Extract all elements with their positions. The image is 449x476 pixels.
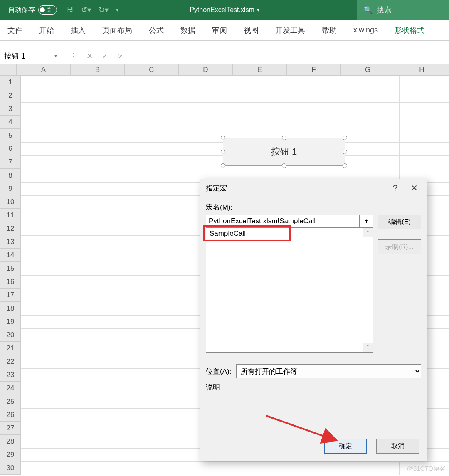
close-icon[interactable]: ✕ [407, 181, 421, 195]
tab-公式[interactable]: 公式 [147, 23, 165, 38]
chevron-down-icon[interactable]: ▾ [257, 7, 259, 13]
name-box[interactable]: 按钮 1 ▼ [0, 48, 62, 64]
tab-页面布局[interactable]: 页面布局 [101, 23, 134, 38]
row-header[interactable]: 23 [0, 368, 21, 382]
row-header[interactable]: 29 [0, 448, 21, 461]
resize-handle[interactable] [343, 136, 347, 140]
resize-handle[interactable] [343, 163, 347, 168]
tab-视图[interactable]: 视图 [242, 23, 260, 38]
column-header[interactable]: D [179, 64, 233, 76]
column-header[interactable]: F [287, 64, 341, 76]
column-header[interactable]: B [71, 64, 125, 76]
tab-数据[interactable]: 数据 [179, 23, 197, 38]
save-icon[interactable]: 🖫 [66, 6, 74, 15]
redo-icon[interactable]: ↻▾ [99, 5, 109, 15]
tab-插入[interactable]: 插入 [69, 23, 87, 38]
undo-icon[interactable]: ↺▾ [81, 5, 91, 15]
macro-list[interactable]: SampleCall ˄ ˅ [206, 228, 373, 353]
row-header[interactable]: 9 [0, 182, 21, 195]
tab-开发工具[interactable]: 开发工具 [274, 23, 307, 38]
select-all-corner[interactable] [0, 64, 17, 76]
tab-文件[interactable]: 文件 [6, 23, 24, 38]
row-header[interactable]: 18 [0, 302, 21, 315]
autosave-label: 自动保存 [8, 6, 35, 15]
tab-形状格式[interactable]: 形状格式 [393, 23, 426, 38]
resize-handle[interactable] [343, 150, 347, 154]
reference-icon[interactable] [360, 215, 373, 228]
quick-access-toolbar: 🖫 ↺▾ ↻▾ ▾ [66, 5, 118, 15]
row-header[interactable]: 12 [0, 222, 21, 235]
row-header[interactable]: 2 [0, 89, 21, 102]
search-box[interactable]: 🔍 搜索 [357, 0, 449, 20]
column-headers: ABCDEFGH [0, 64, 449, 76]
row-header[interactable]: 11 [0, 209, 21, 222]
help-icon[interactable]: ? [393, 183, 397, 193]
dialog-titlebar: 指定宏 ? ✕ [200, 179, 427, 197]
tab-审阅[interactable]: 审阅 [210, 23, 229, 38]
scroll-down-icon[interactable]: ˅ [363, 343, 373, 352]
record-button: 录制(R)... [378, 239, 421, 254]
formula-buttons: ⋮ ✕ ✓ fx [62, 48, 130, 64]
resize-handle[interactable] [221, 136, 225, 140]
search-icon: 🔍 [363, 5, 373, 15]
location-label: 位置(A): [206, 367, 231, 376]
row-header[interactable]: 10 [0, 195, 21, 209]
tab-帮助[interactable]: 帮助 [320, 23, 338, 38]
row-header[interactable]: 8 [0, 169, 21, 182]
resize-handle[interactable] [282, 163, 286, 168]
row-header[interactable]: 25 [0, 395, 21, 408]
window-title: PythonExcelTest.xlsm ▾ [190, 6, 259, 14]
scroll-up-icon[interactable]: ˄ [363, 228, 373, 237]
ok-button[interactable]: 确定 [324, 439, 367, 454]
description-label: 说明 [206, 382, 421, 392]
assign-macro-dialog: 指定宏 ? ✕ 宏名(M): SampleCall ˄ ˅ [200, 179, 427, 461]
edit-button[interactable]: 编辑(E) [378, 215, 421, 229]
row-headers: 1234567891011121314151617181920212223242… [0, 76, 21, 475]
confirm-icon[interactable]: ✓ [102, 52, 108, 61]
row-header[interactable]: 4 [0, 116, 21, 129]
title-bar: 自动保存 关 🖫 ↺▾ ↻▾ ▾ PythonExcelTest.xlsm ▾ … [0, 0, 449, 20]
tab-开始[interactable]: 开始 [37, 23, 56, 38]
row-header[interactable]: 27 [0, 422, 21, 435]
macro-name-label: 宏名(M): [206, 202, 421, 212]
row-header[interactable]: 14 [0, 249, 21, 262]
resize-handle[interactable] [221, 150, 225, 154]
row-header[interactable]: 21 [0, 342, 21, 355]
dropdown-icon[interactable]: ▾ [116, 7, 118, 13]
row-header[interactable]: 20 [0, 328, 21, 342]
fx-icon[interactable]: fx [117, 52, 122, 59]
column-header[interactable]: H [395, 64, 449, 76]
column-header[interactable]: E [233, 64, 287, 76]
row-header[interactable]: 15 [0, 262, 21, 275]
cancel-button[interactable]: 取消 [376, 439, 419, 454]
row-header[interactable]: 19 [0, 315, 21, 328]
chevron-down-icon[interactable]: ▼ [54, 54, 58, 58]
row-header[interactable]: 6 [0, 142, 21, 155]
search-placeholder: 搜索 [377, 5, 392, 15]
row-header[interactable]: 30 [0, 461, 21, 475]
row-header[interactable]: 16 [0, 275, 21, 289]
tab-xlwings[interactable]: xlwings [352, 23, 380, 37]
location-select[interactable]: 所有打开的工作簿 [236, 364, 421, 378]
row-header[interactable]: 24 [0, 382, 21, 395]
row-header[interactable]: 1 [0, 76, 21, 89]
resize-handle[interactable] [282, 136, 286, 140]
row-header[interactable]: 13 [0, 235, 21, 249]
row-header[interactable]: 28 [0, 435, 21, 448]
form-button-shape[interactable]: 按钮 1 [223, 138, 345, 166]
cancel-icon[interactable]: ✕ [86, 52, 93, 61]
autosave-toggle[interactable]: 关 [38, 5, 57, 15]
resize-handle[interactable] [221, 163, 225, 168]
column-header[interactable]: C [125, 64, 179, 76]
macro-name-input[interactable] [206, 215, 360, 228]
row-header[interactable]: 22 [0, 355, 21, 368]
column-header[interactable]: A [17, 64, 71, 76]
list-item[interactable]: SampleCall [206, 228, 373, 239]
row-header[interactable]: 5 [0, 129, 21, 142]
row-header[interactable]: 17 [0, 289, 21, 302]
row-header[interactable]: 26 [0, 408, 21, 422]
row-header[interactable]: 7 [0, 155, 21, 169]
column-header[interactable]: G [341, 64, 395, 76]
dialog-title: 指定宏 [206, 183, 227, 193]
row-header[interactable]: 3 [0, 102, 21, 116]
